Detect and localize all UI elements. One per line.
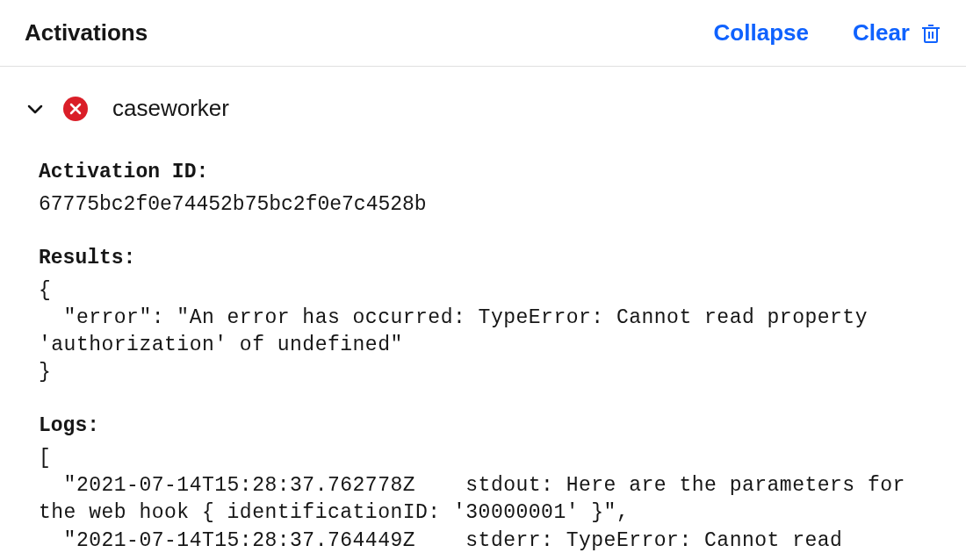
results-block: { "error": "An error has occurred: TypeE…: [39, 277, 927, 386]
collapse-button[interactable]: Collapse: [714, 19, 809, 47]
activation-name: caseworker: [112, 95, 229, 122]
trash-icon: [920, 22, 941, 45]
page-title: Activations: [25, 19, 148, 47]
results-label: Results:: [39, 245, 927, 272]
activation-row[interactable]: caseworker: [0, 67, 966, 133]
logs-label: Logs:: [39, 413, 927, 440]
activation-details: Activation ID: 67775bc2f0e74452b75bc2f0e…: [0, 133, 966, 555]
header-actions: Collapse Clear: [714, 19, 941, 47]
chevron-down-icon[interactable]: [25, 98, 46, 119]
activations-header: Activations Collapse Clear: [0, 0, 966, 67]
logs-block: [ "2021-07-14T15:28:37.762778Z stdout: H…: [39, 445, 927, 554]
clear-label: Clear: [853, 19, 910, 47]
svg-rect-0: [925, 28, 937, 42]
activation-id-label: Activation ID:: [39, 159, 927, 186]
activation-id-value: 67775bc2f0e74452b75bc2f0e7c4528b: [39, 191, 927, 219]
error-icon: [63, 97, 88, 121]
clear-button[interactable]: Clear: [853, 19, 941, 47]
collapse-label: Collapse: [714, 19, 809, 47]
